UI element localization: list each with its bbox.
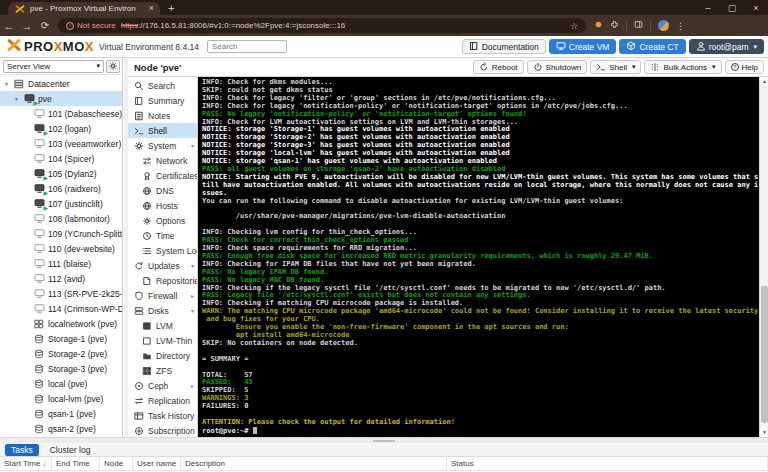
tab-close-icon[interactable]: ×	[149, 4, 154, 13]
tree-item-storage-2-pve[interactable]: Storage-2 (pve)	[0, 346, 122, 361]
menu-item-ceph[interactable]: Ceph▸	[128, 378, 197, 393]
tree-item-113-sr-pve-2k25-ad-dc[interactable]: 113 (SR-PVE-2k25-AD-DC)	[0, 286, 122, 301]
reload-button[interactable]: ⟳	[36, 20, 54, 31]
shell-button[interactable]: Shell▾	[590, 60, 641, 74]
tree-item-103-veeamworker[interactable]: 103 (veeamworker)	[0, 136, 122, 151]
column-header-start-time[interactable]: Start Time ↓	[0, 457, 52, 470]
side-panel-icon[interactable]	[634, 20, 643, 31]
browser-menu-icon[interactable]: ⋮	[676, 21, 685, 31]
tree-item-pve[interactable]: ▾▶pve	[0, 91, 122, 106]
menu-item-certificates[interactable]: Certificates	[128, 168, 197, 183]
menu-item-system[interactable]: System▾	[128, 138, 197, 153]
window-close-button[interactable]: ×	[744, 1, 768, 15]
warning-icon: !	[66, 22, 74, 30]
column-header-end-time[interactable]: End Time	[52, 457, 100, 470]
guest-icon	[33, 153, 45, 164]
menu-item-time[interactable]: Time	[128, 228, 197, 243]
menu-item-disks[interactable]: Disks▾	[128, 303, 197, 318]
tree-item-storage-3-pve[interactable]: Storage-3 (pve)	[0, 361, 122, 376]
tree-item-110-dev-website[interactable]: 110 (dev-website)	[0, 241, 122, 256]
scroll-up-icon[interactable]: ▲	[760, 77, 768, 86]
tab-tasks[interactable]: Tasks	[5, 444, 39, 456]
menu-item-lvm-thin[interactable]: LVM-Thin	[128, 333, 197, 348]
menu-item-dns[interactable]: DNS	[128, 183, 197, 198]
terminal-scrollbar[interactable]: ▲ ▼	[759, 77, 768, 437]
user-menu-button[interactable]: root@pam▾	[689, 39, 764, 54]
tree-item-localnetwork-pve[interactable]: localnetwork (pve)	[0, 316, 122, 331]
view-mode-select[interactable]: Server View▾	[3, 60, 104, 73]
tree-item-datacenter[interactable]: ▾Datacenter	[0, 76, 122, 91]
tree-item-qsan-2-pve[interactable]: qsan-2 (pve)	[0, 421, 122, 436]
expand-arrow-icon[interactable]: ▾	[3, 80, 10, 87]
expand-arrow-icon[interactable]: ▾	[13, 95, 20, 102]
tree-item-111-blaise[interactable]: 111 (blaise)	[0, 256, 122, 271]
back-button[interactable]: ←	[0, 20, 18, 32]
shell-console[interactable]: INFO: Check for dkms modules...SKIP: cou…	[198, 77, 768, 437]
forward-button[interactable]: →	[18, 20, 36, 32]
not-secure-badge[interactable]: ! Not secure	[66, 21, 116, 30]
tab-cluster-log[interactable]: Cluster log	[44, 444, 97, 456]
terminal-icon	[596, 62, 606, 72]
tree-item-109-ycrunch-splitter[interactable]: 109 (YCrunch-Splitter)	[0, 226, 122, 241]
window-maximize-button[interactable]: ▢	[720, 1, 744, 15]
tree-item-local-pve[interactable]: local (pve)	[0, 376, 122, 391]
menu-item-task-history[interactable]: Task History	[128, 408, 197, 423]
address-bar[interactable]: ! Not secure https://176.16.5.81:8006/#v…	[58, 18, 586, 33]
menu-item-directory[interactable]: Directory	[128, 348, 197, 363]
bookmark-star-icon[interactable]: ☆	[570, 21, 578, 31]
window-minimize-button[interactable]: –	[696, 1, 720, 15]
tree-item-101-dabascheese[interactable]: 101 (Dabascheese)	[0, 106, 122, 121]
menu-item-firewall[interactable]: Firewall▸	[128, 288, 197, 303]
tree-item-107-justinclift[interactable]: ▶107 (justinclift)	[0, 196, 122, 211]
create-ct-button[interactable]: Create CT	[619, 39, 685, 54]
tree-item-qsan-1-pve[interactable]: qsan-1 (pve)	[0, 406, 122, 421]
tree-item-102-logan[interactable]: ▶102 (logan)	[0, 121, 122, 136]
column-header-node[interactable]: Node	[100, 457, 133, 470]
tree-item-105-dylan2[interactable]: ▶105 (Dylan2)	[0, 166, 122, 181]
tree-item-104-spicer[interactable]: 104 (Spicer)	[0, 151, 122, 166]
profile-avatar[interactable]	[658, 20, 669, 31]
menu-item-updates[interactable]: Updates▾	[128, 258, 197, 273]
tree-item-106-raidxero[interactable]: ▶106 (raidxero)	[0, 181, 122, 196]
menu-item-zfs[interactable]: ZFS	[128, 363, 197, 378]
menu-item-label: Options	[156, 216, 185, 226]
menu-item-subscription[interactable]: Subscription	[128, 423, 197, 437]
terminal-line: WARNINGS: 3	[202, 395, 758, 403]
documentation-button[interactable]: Documentation	[462, 39, 546, 54]
browser-tab[interactable]: pve - Proxmox Virtual Environ ×	[8, 2, 160, 15]
extensions-puzzle-icon[interactable]	[610, 20, 619, 31]
storage-icon	[33, 363, 45, 374]
tree-item-local-lvm-pve[interactable]: local-lvm (pve)	[0, 391, 122, 406]
menu-item-system-log[interactable]: System Log	[128, 243, 197, 258]
scroll-down-icon[interactable]: ▼	[760, 428, 768, 437]
tree-item-112-avid[interactable]: 112 (avid)	[0, 271, 122, 286]
new-tab-button[interactable]: +	[168, 2, 174, 15]
reboot-button[interactable]: Reboot	[473, 60, 524, 74]
menu-item-repositories[interactable]: Repositories	[128, 273, 197, 288]
menu-item-shell[interactable]: Shell	[128, 123, 197, 138]
menu-item-summary[interactable]: Summary	[128, 93, 197, 108]
menu-item-replication[interactable]: Replication	[128, 393, 197, 408]
tree-item-108-labmonitor[interactable]: 108 (labmonitor)	[0, 211, 122, 226]
menu-item-network[interactable]: Network	[128, 153, 197, 168]
url-rest: ://176.16.5.81:8006/#v1:0:=node%2Fpve:4:…	[138, 21, 345, 30]
menu-item-label: Disks	[148, 306, 169, 316]
menu-item-options[interactable]: Options	[128, 213, 197, 228]
extension-pin-icon[interactable]	[594, 20, 603, 31]
scrollbar-thumb[interactable]	[761, 286, 768, 423]
tree-settings-button[interactable]	[106, 60, 120, 73]
tree-item-storage-1-pve[interactable]: Storage-1 (pve)	[0, 331, 122, 346]
column-header-description[interactable]: Description	[181, 457, 447, 470]
menu-item-search[interactable]: Search	[128, 78, 197, 93]
create-vm-button[interactable]: Create VM	[549, 39, 617, 54]
tree-item-114-crimson-wp-dev[interactable]: 114 (Crimson-WP-DEV)	[0, 301, 122, 316]
column-header-status[interactable]: Status	[447, 457, 768, 470]
shutdown-button[interactable]: Shutdown	[527, 60, 588, 74]
menu-item-hosts[interactable]: Hosts	[128, 198, 197, 213]
bulk-actions-button[interactable]: Bulk Actions▾	[644, 60, 721, 74]
column-header-user-name[interactable]: User name	[133, 457, 181, 470]
help-button[interactable]: ?Help	[725, 60, 764, 74]
menu-item-lvm[interactable]: LVM	[128, 318, 197, 333]
global-search-input[interactable]	[207, 40, 287, 53]
menu-item-notes[interactable]: Notes	[128, 108, 197, 123]
